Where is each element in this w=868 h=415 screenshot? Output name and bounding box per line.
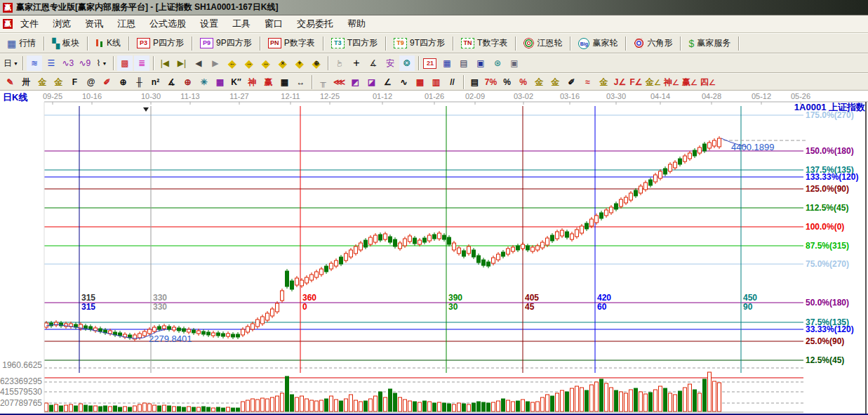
red-wave-icon[interactable]: ≈ [580, 75, 595, 89]
wave-3-icon[interactable]: ∿3 [60, 55, 76, 71]
t-ruler-icon[interactable]: ╥ [316, 75, 330, 89]
grid-lines-icon[interactable]: 卅 [19, 75, 34, 89]
kline-chart-area[interactable]: 09-2510-1610-3011-1311-2712-1112-2501-12… [0, 91, 868, 414]
red-grid-2-icon[interactable]: ▥ [429, 75, 443, 89]
candle-style-dropdown[interactable]: ⌇▼ [94, 55, 109, 71]
f-angle-icon[interactable]: F∠ [629, 75, 643, 89]
wave-9-icon[interactable]: ∿9 [77, 55, 93, 71]
save-icon[interactable]: ▣ [473, 55, 488, 71]
gold-lines-icon[interactable]: 金 [548, 75, 563, 89]
crosshair-icon[interactable]: + [349, 55, 364, 71]
gann-box-icon[interactable]: ▩ [117, 55, 133, 71]
zoom-right-diamond-icon[interactable]: ◆→ [241, 55, 257, 71]
fan-box-2-icon[interactable]: ◪ [364, 75, 379, 89]
hexagon-button[interactable]: 六角形 [629, 35, 677, 51]
ruler-123-icon[interactable]: ▦ [277, 75, 292, 89]
red-grid-1-icon[interactable]: ▦ [413, 75, 427, 89]
calculator-icon[interactable]: ▦ [439, 55, 455, 71]
title-bar[interactable]: 赢 赢家江恩专业版[赢家内部服务平台] - [上证指数 SH1A0001-167… [0, 0, 868, 15]
menu-item-1[interactable]: 浏览 [46, 16, 77, 32]
menu-item-7[interactable]: 窗口 [258, 16, 289, 32]
prev-bar-icon[interactable]: ◀ [191, 55, 206, 71]
gold-angle-icon[interactable]: 金 [596, 75, 611, 89]
angle-lines-icon[interactable]: ∠ [380, 75, 395, 89]
si-angle-icon[interactable]: 四∠ [700, 75, 716, 89]
compress-diamond-icon[interactable]: ◆× [275, 55, 291, 71]
menu-item-6[interactable]: 工具 [226, 16, 257, 32]
brush-2-icon[interactable]: ✐ [564, 75, 579, 89]
k-marks-icon[interactable]: K″ [229, 75, 243, 89]
shen-grid-icon[interactable]: 神 [245, 75, 260, 89]
span-arrows-icon[interactable]: ↔ [293, 75, 308, 89]
gold-grid-2-icon[interactable]: 金 [51, 75, 66, 89]
t9-square-button[interactable]: T99T四方形 [389, 35, 450, 51]
gold-2-angle-icon[interactable]: 金∠ [645, 75, 662, 89]
brush-tool-icon[interactable]: ✐ [100, 75, 114, 89]
menu-item-0[interactable]: 文件 [14, 16, 45, 32]
menu-item-4[interactable]: 公式选股 [143, 16, 192, 32]
gold-grid-1-icon[interactable]: 金 [35, 75, 50, 89]
parallel-lines-icon[interactable]: // [445, 75, 460, 89]
n-square-icon[interactable]: n² [148, 75, 163, 89]
web-link-icon[interactable]: ⊛ [490, 55, 505, 71]
fan-box-1-icon[interactable]: ◩ [348, 75, 363, 89]
shen-angle-icon[interactable]: 神∠ [663, 75, 680, 89]
menu-item-2[interactable]: 资讯 [79, 16, 109, 32]
last-bar-icon[interactable]: ▶| [174, 55, 189, 71]
percent-7-icon[interactable]: 7% [483, 75, 498, 89]
star-grid-icon[interactable]: ✳ [196, 75, 211, 89]
fan-lines-icon[interactable]: ⋘ [332, 75, 347, 89]
percent-line-icon[interactable]: % [516, 75, 530, 89]
sectors-button[interactable]: ▚板块 [47, 35, 84, 51]
candle-body [458, 248, 461, 253]
circle-grid-icon[interactable]: ⊕ [116, 75, 131, 89]
menu-logo-icon[interactable]: 赢 [3, 19, 13, 29]
calendar-icon[interactable]: 21 [422, 55, 438, 71]
menu-item-9[interactable]: 帮助 [341, 16, 372, 32]
p-number-button[interactable]: PNP数字表 [263, 35, 320, 51]
ying-angle-icon[interactable]: 赢∠ [681, 75, 698, 89]
remote-pc-icon[interactable]: ▣ [507, 55, 522, 71]
pencil-tool-icon[interactable]: ✎ [3, 75, 18, 89]
zoom-left-diamond-icon[interactable]: ◆← [225, 55, 240, 71]
hatch-lines-icon[interactable]: ╫ [132, 75, 147, 89]
info-list-icon[interactable]: ☰ [44, 55, 59, 71]
wave-tool-icon[interactable]: ∿ [396, 75, 411, 89]
p9-square-button[interactable]: P99P四方形 [195, 35, 257, 51]
hand-tool-icon[interactable]: ☞ [332, 55, 347, 71]
menu-item-5[interactable]: 设置 [194, 16, 225, 32]
angle-a-icon[interactable]: ∡ [164, 75, 179, 89]
t-number-button[interactable]: TNT数字表 [456, 35, 512, 51]
full-view-diamond-icon[interactable]: ◆⊕ [309, 55, 324, 71]
ying-grid-icon[interactable]: 赢 [261, 75, 276, 89]
kline-button[interactable]: K线 [91, 35, 126, 51]
gann-tool-icon[interactable]: 安 [382, 55, 398, 71]
menu-item-3[interactable]: 江恩 [111, 16, 142, 32]
f-grid-icon[interactable]: F [67, 75, 82, 89]
box-grid-icon[interactable]: ▦ [213, 75, 227, 89]
p-square-button[interactable]: P3P四方形 [132, 35, 189, 51]
winner-service-button[interactable]: $赢家服务 [683, 35, 735, 51]
quotes-button[interactable]: ▦行情 [2, 35, 41, 51]
profile-chart-icon[interactable]: ≣ [134, 55, 149, 71]
period-day-dropdown[interactable]: 日▼ [3, 55, 19, 71]
winner-wheel-button[interactable]: Big赢家轮 [573, 35, 622, 51]
chart-pattern-icon[interactable]: ≋ [27, 55, 42, 71]
next-bar-icon[interactable]: ▶ [208, 55, 223, 71]
first-bar-icon[interactable]: |◀ [157, 55, 173, 71]
scale-list-icon[interactable]: ▤ [467, 75, 482, 89]
t9-square-button-label: 9T四方形 [410, 37, 445, 49]
gann-wheel-button[interactable]: 江恩轮 [519, 35, 567, 51]
angle-measure-icon[interactable]: ∡ [366, 55, 381, 71]
percent-icon[interactable]: % [500, 75, 514, 89]
j-angle-icon[interactable]: J∠ [613, 75, 627, 89]
report-icon[interactable]: ▤ [456, 55, 472, 71]
t-square-button[interactable]: T3T四方形 [326, 35, 382, 51]
gold-circle-icon[interactable]: 金 [532, 75, 547, 89]
expand-diamond-icon[interactable]: ◆+ [292, 55, 307, 71]
target-cross-icon[interactable]: ⊕ [180, 75, 195, 89]
zoom-span-diamond-icon[interactable]: ◆↔ [258, 55, 274, 71]
spiral-icon[interactable]: @ [84, 75, 98, 89]
menu-item-8[interactable]: 交易委托 [291, 16, 340, 32]
cycle-tool-icon[interactable]: ❂ [399, 55, 415, 71]
